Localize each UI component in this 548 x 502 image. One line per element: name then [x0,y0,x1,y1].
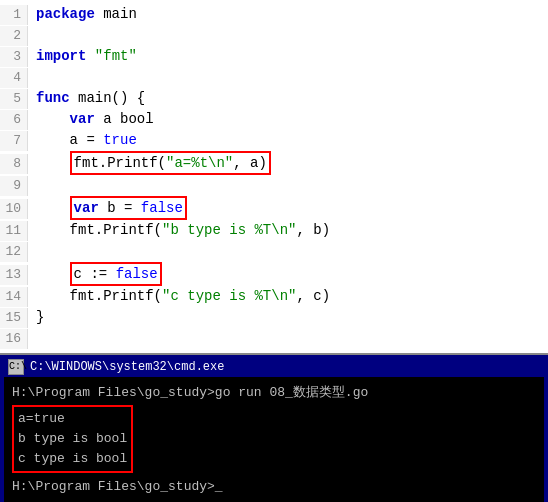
line-num-13: 13 [0,265,28,285]
line-content-10: var b = false [28,196,187,220]
line-content-7: a = true [28,130,137,150]
line-content-9 [28,175,44,195]
highlight-box-10: var b = false [70,196,187,220]
line-num-3: 3 [0,47,28,67]
line-content-4 [28,67,44,87]
line-content-16 [28,328,44,348]
line-num-7: 7 [0,131,28,151]
code-line-16: 16 [0,328,548,349]
line-content-14: fmt.Printf("c type is %T\n", c) [28,286,330,306]
code-line-7: 7 a = true [0,130,548,151]
code-line-14: 14 fmt.Printf("c type is %T\n", c) [0,286,548,307]
line-num-5: 5 [0,89,28,109]
line-num-16: 16 [0,329,28,349]
terminal-output-3: c type is bool [18,449,127,469]
code-line-10: 10 var b = false [0,196,548,220]
code-line-13: 13 c := false [0,262,548,286]
terminal-line-prompt: H:\Program Files\go_study>_ [12,477,536,497]
terminal-line-1: H:\Program Files\go_study>go run 08_数据类型… [12,383,536,403]
line-num-1: 1 [0,5,28,25]
line-content-1: package main [28,4,137,24]
line-content-13: c := false [28,262,162,286]
line-content-3: import "fmt" [28,46,137,66]
line-content-5: func main() { [28,88,145,108]
line-num-11: 11 [0,221,28,241]
terminal-wrapper: C:\ C:\WINDOWS\system32\cmd.exe H:\Progr… [0,355,548,502]
code-line-12: 12 [0,241,548,262]
terminal-body[interactable]: H:\Program Files\go_study>go run 08_数据类型… [4,377,544,502]
code-line-6: 6 var a bool [0,109,548,130]
code-editor: 1 package main 2 3 import "fmt" 4 5 func… [0,0,548,355]
code-line-3: 3 import "fmt" [0,46,548,67]
code-line-8: 8 fmt.Printf("a=%t\n", a) [0,151,548,175]
line-num-9: 9 [0,176,28,196]
line-content-8: fmt.Printf("a=%t\n", a) [28,151,271,175]
line-num-4: 4 [0,68,28,88]
line-content-2 [28,25,44,45]
line-content-11: fmt.Printf("b type is %T\n", b) [28,220,330,240]
highlight-box-8: fmt.Printf("a=%t\n", a) [70,151,271,175]
line-num-10: 10 [0,199,28,219]
line-num-14: 14 [0,287,28,307]
app-container: 1 package main 2 3 import "fmt" 4 5 func… [0,0,548,502]
line-content-6: var a bool [28,109,154,129]
code-line-1: 1 package main [0,4,548,25]
terminal-output-box: a=true b type is bool c type is bool [12,405,133,473]
code-line-2: 2 [0,25,548,46]
code-line-4: 4 [0,67,548,88]
terminal-title: C:\WINDOWS\system32\cmd.exe [30,360,224,374]
line-num-6: 6 [0,110,28,130]
highlight-box-13: c := false [70,262,162,286]
line-content-15: } [28,307,44,327]
code-line-9: 9 [0,175,548,196]
code-line-11: 11 fmt.Printf("b type is %T\n", b) [0,220,548,241]
terminal-output-1: a=true [18,409,127,429]
line-num-15: 15 [0,308,28,328]
line-num-8: 8 [0,154,28,174]
line-num-12: 12 [0,242,28,262]
code-line-15: 15 } [0,307,548,328]
line-content-12 [28,241,44,261]
line-num-2: 2 [0,26,28,46]
code-line-5: 5 func main() { [0,88,548,109]
terminal-icon: C:\ [8,359,24,375]
terminal-title-bar: C:\ C:\WINDOWS\system32\cmd.exe [4,357,544,377]
terminal-output-2: b type is bool [18,429,127,449]
